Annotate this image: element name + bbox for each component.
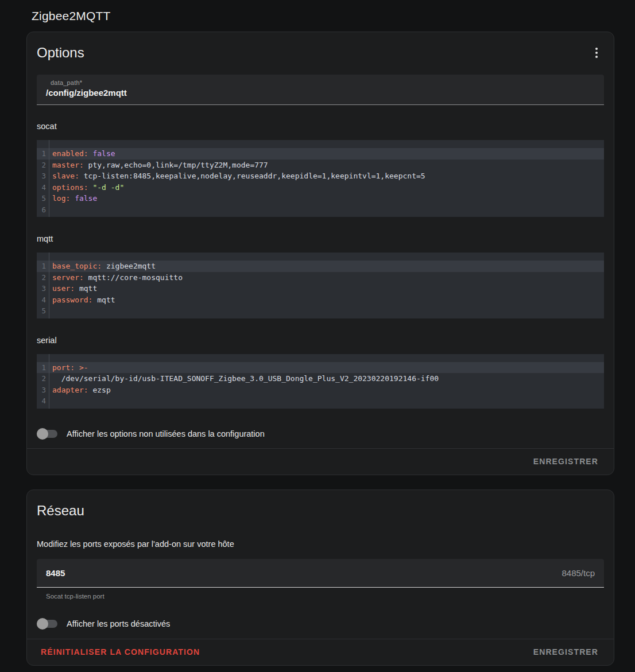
network-card-header: Réseau	[27, 490, 614, 519]
code-line: 1port: >-	[37, 362, 604, 374]
line-number: 4	[37, 294, 49, 306]
code-line: 4options: "-d -d"	[37, 182, 604, 193]
disabled-ports-toggle[interactable]	[37, 618, 57, 630]
options-card-header: Options	[27, 32, 614, 64]
line-number: 1	[37, 261, 49, 272]
page: Zigbee2MQTT Options data_path* /config/z…	[0, 0, 635, 666]
code-editor-mqtt[interactable]: 1base_topic: zigbee2mqtt2server: mqtt://…	[37, 253, 604, 318]
section-label-socat: socat	[37, 121, 604, 131]
code-line: 5log: false	[37, 193, 604, 204]
data-path-field[interactable]: data_path* /config/zigbee2mqtt	[37, 75, 604, 105]
options-card: Options data_path* /config/zigbee2mqtt s…	[26, 32, 614, 475]
port-field[interactable]: 8485 8485/tcp	[37, 559, 604, 588]
kebab-menu-icon	[595, 48, 598, 58]
section-label-mqtt: mqtt	[37, 234, 604, 244]
options-card-body: data_path* /config/zigbee2mqtt socat 1en…	[27, 75, 614, 440]
line-number: 5	[37, 193, 49, 204]
line-number: 4	[37, 182, 49, 193]
code-editor-serial[interactable]: 1port: >-2 /dev/serial/by-id/usb-ITEAD_S…	[37, 354, 604, 409]
line-number: 2	[37, 160, 49, 171]
unused-options-toggle-row: Afficher les options non utilisées dans …	[37, 428, 604, 440]
network-card-body: Modifiez les ports exposés par l'add-on …	[27, 538, 614, 630]
network-card-footer: RÉINITIALISER LA CONFIGURATION ENREGISTR…	[27, 639, 614, 665]
toggle-thumb	[37, 618, 48, 630]
line-number: 2	[37, 272, 49, 283]
code-line: 3adapter: ezsp	[37, 384, 604, 396]
port-helper-text: Socat tcp-listen port	[46, 592, 604, 600]
line-number: 4	[37, 395, 49, 407]
page-title: Zigbee2MQTT	[26, 9, 614, 23]
data-path-label: data_path*	[46, 79, 595, 86]
data-path-value: /config/zigbee2mqtt	[46, 88, 595, 98]
line-number: 1	[37, 148, 49, 160]
port-protocol: 8485/tcp	[562, 568, 595, 578]
options-card-title: Options	[37, 45, 84, 61]
line-number: 3	[37, 384, 49, 396]
code-line: 3slave: tcp-listen:8485,keepalive,nodela…	[37, 170, 604, 182]
network-card-title: Réseau	[37, 503, 84, 519]
options-card-footer: ENREGISTRER	[27, 449, 614, 475]
code-editor-socat[interactable]: 1enabled: false2master: pty,raw,echo=0,l…	[37, 140, 604, 217]
code-line: 1base_topic: zigbee2mqtt	[37, 261, 604, 272]
line-number: 2	[37, 373, 49, 384]
save-button[interactable]: ENREGISTRER	[533, 647, 598, 657]
line-number: 6	[37, 204, 49, 216]
unused-options-toggle[interactable]	[37, 428, 57, 440]
reset-config-button[interactable]: RÉINITIALISER LA CONFIGURATION	[41, 647, 200, 657]
section-label-serial: serial	[37, 335, 604, 345]
code-line: 4password: mqtt	[37, 294, 604, 306]
network-description: Modifiez les ports exposés par l'add-on …	[37, 538, 604, 550]
line-number: 3	[37, 283, 49, 294]
code-line: 2server: mqtt://core-mosquitto	[37, 272, 604, 283]
code-line: 3user: mqtt	[37, 283, 604, 294]
code-line: 2master: pty,raw,echo=0,link=/tmp/ttyZ2M…	[37, 160, 604, 171]
save-button[interactable]: ENREGISTRER	[533, 457, 598, 466]
kebab-menu-button[interactable]	[585, 41, 608, 64]
code-line: 6	[37, 204, 604, 216]
code-line: 5	[37, 305, 604, 317]
line-number: 3	[37, 170, 49, 182]
disabled-ports-toggle-label: Afficher les ports désactivés	[67, 619, 170, 628]
code-line: 2 /dev/serial/by-id/usb-ITEAD_SONOFF_Zig…	[37, 373, 604, 384]
code-line: 1enabled: false	[37, 148, 604, 160]
unused-options-toggle-label: Afficher les options non utilisées dans …	[67, 429, 265, 438]
toggle-thumb	[37, 428, 48, 440]
disabled-ports-toggle-row: Afficher les ports désactivés	[37, 618, 604, 630]
code-line: 4	[37, 395, 604, 407]
line-number: 1	[37, 362, 49, 374]
network-card: Réseau Modifiez les ports exposés par l'…	[26, 490, 614, 666]
port-value: 8485	[46, 568, 65, 578]
line-number: 5	[37, 305, 49, 317]
